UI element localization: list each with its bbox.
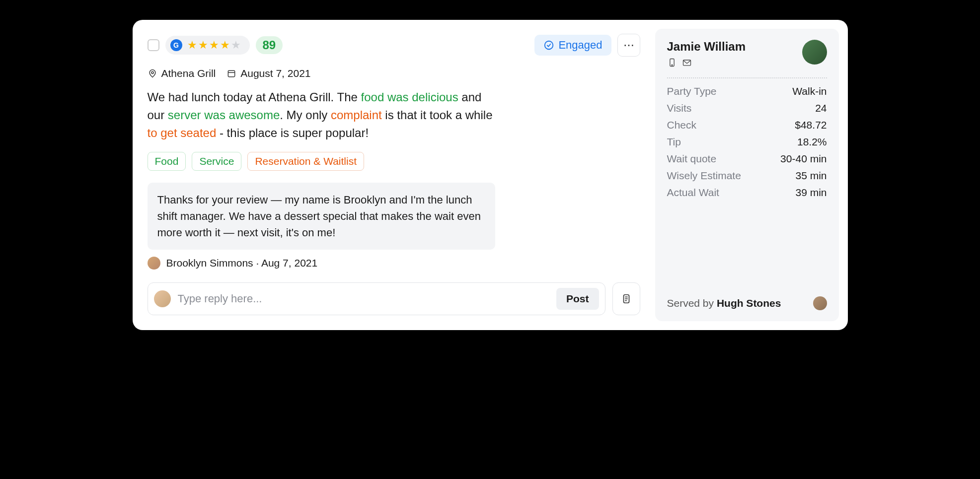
calendar-icon xyxy=(226,68,236,78)
info-row-party-type: Party Type Walk-in xyxy=(667,85,827,97)
highlight-negative: complaint xyxy=(331,108,382,122)
reply-author-avatar xyxy=(148,257,160,270)
guest-info-table: Party Type Walk-in Visits 24 Check $48.7… xyxy=(667,85,827,199)
tag-reservation[interactable]: Reservation & Waitlist xyxy=(247,152,364,171)
select-checkbox[interactable] xyxy=(148,39,159,51)
info-row-visits: Visits 24 xyxy=(667,102,827,114)
star-icon: ★ xyxy=(209,39,219,52)
source-google-icon: G xyxy=(170,39,182,51)
more-button[interactable]: ⋯ xyxy=(617,34,640,57)
review-body: We had lunch today at Athena Grill. The … xyxy=(148,88,495,142)
reply-date: Aug 7, 2021 xyxy=(261,257,317,269)
svg-rect-10 xyxy=(683,60,690,66)
location-icon xyxy=(148,68,157,78)
header-row: G ★ ★ ★ ★ ★ 89 Engaged ⋯ xyxy=(148,34,640,57)
svg-point-1 xyxy=(151,71,153,73)
server-avatar xyxy=(813,296,827,310)
svg-point-0 xyxy=(545,41,553,50)
info-row-wisely-estimate: Wisely Estimate 35 min xyxy=(667,170,827,182)
date-meta: August 7, 2021 xyxy=(226,68,310,79)
info-row-tip: Tip 18.2% xyxy=(667,136,827,148)
guest-header: Jamie William xyxy=(667,40,827,68)
guest-avatar xyxy=(802,40,827,65)
guest-sidebar: Jamie William Party Type Walk-in Visits … xyxy=(655,29,839,321)
tags-row: Food Service Reservation & Waitlist xyxy=(148,152,640,171)
guest-name: Jamie William xyxy=(667,40,746,54)
location-meta: Athena Grill xyxy=(148,68,216,79)
phone-icon[interactable] xyxy=(667,58,677,68)
tag-service[interactable]: Service xyxy=(192,152,241,171)
template-button[interactable] xyxy=(612,282,640,315)
status-badge[interactable]: Engaged xyxy=(534,35,611,56)
reply-author: Brooklyn Simmons xyxy=(166,257,253,269)
contact-icons xyxy=(667,58,746,68)
svg-point-9 xyxy=(672,65,673,66)
rating-pill: G ★ ★ ★ ★ ★ xyxy=(165,36,250,55)
star-rating: ★ ★ ★ ★ ★ xyxy=(187,39,241,52)
current-user-avatar xyxy=(154,290,171,307)
check-circle-icon xyxy=(543,40,554,51)
compose-box: Post xyxy=(148,282,605,315)
star-icon: ★ xyxy=(187,39,197,52)
highlight-positive: server was awesome xyxy=(168,108,280,122)
meta-row: Athena Grill August 7, 2021 xyxy=(148,68,640,79)
location-value: Athena Grill xyxy=(161,68,216,79)
sentiment-score: 89 xyxy=(256,36,283,54)
reply-text: Thanks for your review — my name is Broo… xyxy=(157,194,481,239)
tag-food[interactable]: Food xyxy=(148,152,186,171)
star-icon: ★ xyxy=(220,39,230,52)
compose-row: Post xyxy=(148,282,640,315)
more-icon: ⋯ xyxy=(623,39,634,52)
sidebar-footer: Served by Hugh Stones xyxy=(667,217,827,310)
reply-meta: Brooklyn Simmons · Aug 7, 2021 xyxy=(148,257,640,270)
served-by: Served by Hugh Stones xyxy=(667,297,781,309)
star-icon: ★ xyxy=(198,39,208,52)
review-card: G ★ ★ ★ ★ ★ 89 Engaged ⋯ xyxy=(133,20,848,330)
post-button[interactable]: Post xyxy=(556,288,599,310)
server-name: Hugh Stones xyxy=(717,297,781,309)
document-icon xyxy=(621,292,632,305)
info-row-actual-wait: Actual Wait 39 min xyxy=(667,187,827,199)
star-empty-icon: ★ xyxy=(231,39,241,52)
status-label: Engaged xyxy=(558,39,602,52)
staff-reply: Thanks for your review — my name is Broo… xyxy=(148,183,495,250)
info-row-check: Check $48.72 xyxy=(667,119,827,131)
highlight-positive: food was delicious xyxy=(361,90,458,104)
svg-rect-2 xyxy=(228,70,235,77)
divider xyxy=(667,77,827,78)
email-icon[interactable] xyxy=(682,58,692,68)
highlight-negative: to get seated xyxy=(148,126,217,139)
date-value: August 7, 2021 xyxy=(240,68,310,79)
info-row-wait-quote: Wait quote 30-40 min xyxy=(667,153,827,165)
review-main: G ★ ★ ★ ★ ★ 89 Engaged ⋯ xyxy=(133,20,655,330)
reply-input[interactable] xyxy=(178,292,549,305)
